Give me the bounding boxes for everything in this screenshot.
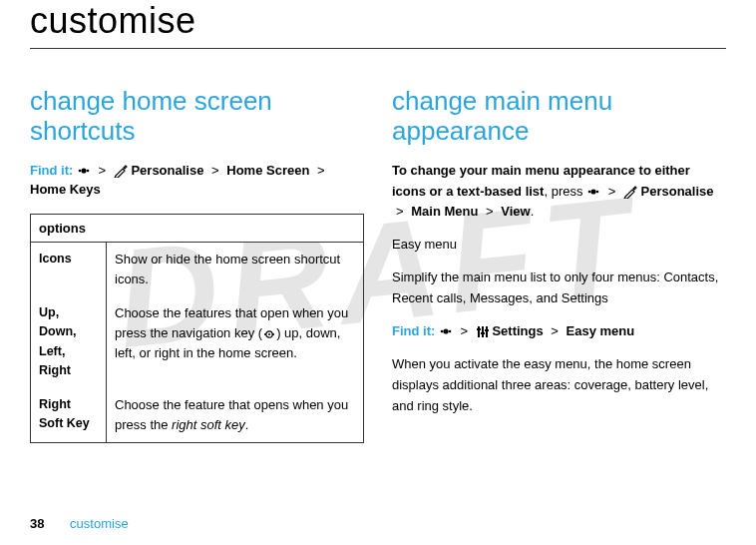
breadcrumb-settings: Settings [492,323,543,338]
separator: > [461,323,469,338]
separator: > [317,163,325,178]
option-label-directions: Up, Down, Left, Right [31,296,107,388]
option-desc-icons: Show or hide the home screen shortcut ic… [107,242,364,296]
svg-point-12 [449,330,452,333]
option-desc-softkey: Choose the feature that opens when you p… [107,388,364,443]
find-it-label: Find it: [392,323,435,338]
option-desc-directions: Choose the features that open when you p… [107,296,364,388]
section-heading-shortcuts: change home screen shortcuts [30,87,364,147]
table-row: Icons Show or hide the home screen short… [31,242,364,296]
separator: > [486,204,494,219]
two-column-layout: change home screen shortcuts Find it: > … [30,87,726,443]
svg-point-7 [588,191,591,194]
desc-text-em: right soft key [172,417,245,432]
desc-text-post: . [245,417,249,432]
personalise-icon [114,165,128,178]
option-label-softkey: Right Soft Key [31,388,107,443]
breadcrumb-personalise: Personalise [131,163,203,178]
chapter-title: customise [30,0,726,49]
svg-point-2 [87,170,90,173]
svg-point-0 [79,170,82,173]
breadcrumb-easy-menu: Easy menu [567,323,635,338]
breadcrumb-home-screen: Home Screen [226,163,309,178]
center-key-icon [439,325,453,337]
breadcrumb-personalise: Personalise [641,184,714,199]
options-table-header: options [31,214,364,242]
settings-icon [476,325,489,338]
left-column: change home screen shortcuts Find it: > … [30,87,364,443]
svg-rect-16 [477,328,481,330]
center-key-icon [77,165,91,177]
svg-rect-14 [482,326,484,337]
svg-rect-15 [486,326,488,337]
easy-menu-title: Easy menu [392,235,726,256]
intro-rest: , press [544,184,586,199]
breadcrumb-home-keys: Home Keys [30,182,101,197]
page-footer: 38 customise [30,516,129,531]
svg-point-5 [268,333,270,335]
svg-point-10 [441,330,444,333]
personalise-icon [623,186,637,199]
svg-point-11 [443,329,448,334]
svg-rect-17 [481,332,485,334]
footer-label: customise [70,516,129,531]
find-it-path-right: Find it: > Settings > Easy menu [392,321,726,341]
closing-paragraph: When you activate the easy menu, the hom… [392,354,726,416]
center-key-icon [586,186,600,198]
intro-paragraph: To change your main menu appearance to e… [392,161,726,223]
svg-point-9 [596,191,599,194]
separator: > [99,163,107,178]
right-column: change main menu appearance To change yo… [392,87,726,443]
svg-point-6 [272,333,274,335]
section-heading-mainmenu: change main menu appearance [392,87,726,147]
option-label-icons: Icons [31,242,107,296]
table-row: Up, Down, Left, Right Choose the feature… [31,296,364,388]
page-number: 38 [30,516,44,531]
svg-rect-18 [485,329,489,331]
svg-rect-13 [478,326,480,337]
separator: > [211,163,219,178]
svg-point-1 [81,169,86,174]
separator: > [608,184,616,199]
nav-key-icon [262,328,276,340]
separator: > [396,204,404,219]
svg-point-8 [590,190,595,195]
find-it-path-left: Find it: > Personalise > Home Screen > H… [30,161,364,200]
breadcrumb-main-menu: Main Menu [411,204,478,219]
table-row: Right Soft Key Choose the feature that o… [31,388,364,443]
separator: > [551,323,559,338]
options-table: options Icons Show or hide the home scre… [30,214,364,443]
easy-menu-desc: Simplify the main menu list to only four… [392,268,726,309]
find-it-label: Find it: [30,163,73,178]
breadcrumb-view: View [501,204,530,219]
